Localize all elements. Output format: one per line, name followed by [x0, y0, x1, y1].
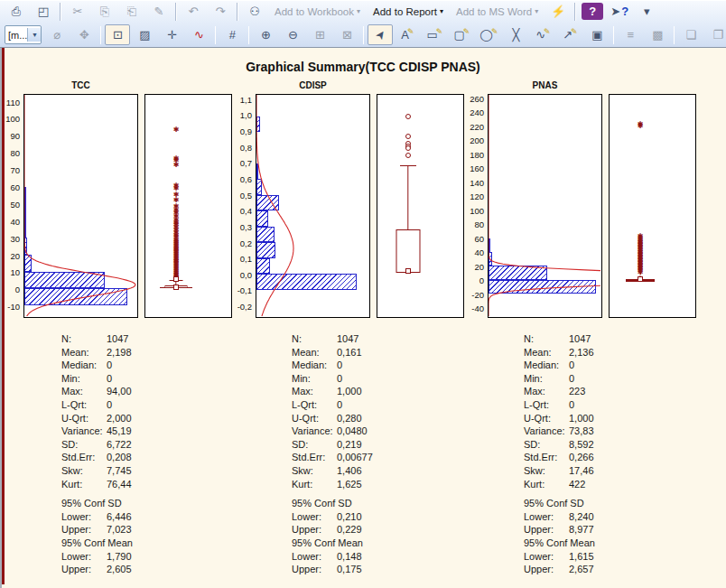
stat-row: Median:0 [524, 359, 595, 372]
add-to-workbook-button[interactable]: Add to Workbook▾ [269, 1, 366, 22]
format-painter-button[interactable]: ✎ [146, 1, 172, 22]
main-toolbar: ⎙◰✂⎘⎗✎↶↷⚇Add to Workbook▾Add to Report▾A… [0, 0, 726, 23]
stat-value: 8,592 [569, 439, 594, 450]
stat-label: Lower: [524, 550, 569, 564]
cut-icon: ✂ [73, 5, 83, 17]
toolbar-separator [215, 26, 216, 44]
move-copy-button[interactable]: ✛ [159, 24, 184, 45]
draw-ellipse-button[interactable]: ◯✎ [476, 24, 501, 45]
print-icon: ⎙ [12, 5, 21, 17]
pencil-icon: ✎ [571, 27, 578, 36]
edit-graph-button[interactable]: ▨ [132, 24, 157, 45]
histogram-plot[interactable] [488, 94, 602, 318]
stat-label: Lower: [524, 510, 569, 524]
redo-button[interactable]: ↷ [208, 1, 233, 22]
pencil-icon: ✎ [463, 27, 470, 36]
toolbar-separator [248, 26, 249, 44]
pan-icon: ✥ [79, 29, 89, 41]
stat-value: 8,977 [569, 524, 594, 535]
find-button[interactable]: ⚇ [242, 1, 267, 22]
pencil-icon: ✎ [436, 27, 443, 36]
grid-icon: # [229, 29, 236, 41]
stat-label: Skw: [524, 464, 569, 478]
help-contents-button[interactable]: ? [582, 3, 603, 20]
edit-graph-icon: ▨ [139, 29, 150, 41]
graph-selection-combo[interactable]: [m...▼ [5, 25, 42, 44]
pointer-tool-button[interactable]: ➤ [368, 24, 393, 45]
zoom-interactive-button[interactable]: ⌀ [44, 24, 70, 45]
draw-arrow-button[interactable]: ↗✎ [557, 24, 582, 45]
stat-value: 8,240 [569, 511, 594, 522]
stat-row: U-Qrt:1,000 [524, 412, 595, 425]
text-tool-button[interactable]: A✎ [395, 24, 420, 45]
grid-button[interactable]: # [219, 24, 245, 45]
context-help-icon: ➤ [610, 5, 620, 17]
stat-label: Min: [524, 372, 569, 386]
draw-rect-button[interactable]: ▭✎ [422, 24, 447, 45]
fill-pattern-button[interactable]: ▩ [645, 24, 670, 45]
print-button[interactable]: ⎙ [4, 1, 29, 22]
mini-chart-button[interactable]: ∿ [186, 24, 211, 45]
toolbar-separator [674, 26, 675, 44]
axis-tick-label: 100 [462, 206, 484, 216]
zoom-out-icon: ⊖ [288, 29, 298, 41]
zoom-reset-button[interactable]: ⊠ [334, 24, 359, 45]
paste-icon: ⎗ [127, 5, 136, 17]
boxplot-plot[interactable]: ✱✱✱✱✱✱✱✱✱✱✱✱✱✱✱✱✱✱✱✱✱✱✱✱✱✱✱✱ [609, 94, 696, 318]
toolbar-separator [613, 26, 614, 44]
undo-button[interactable]: ↶ [181, 1, 206, 22]
toolbar-separator [60, 3, 61, 21]
select-mode-button[interactable]: ⊡ [105, 24, 130, 45]
print-preview-button[interactable]: ◰ [31, 1, 56, 22]
stat-value: 0 [569, 373, 574, 384]
send-to-back-icon: ❐ [713, 29, 724, 41]
send-to-back-button[interactable]: ❐ [705, 24, 726, 45]
axis-tick-label: 240 [462, 107, 484, 117]
dropdown-arrow-icon: ▾ [357, 7, 360, 15]
toolbar-separator [574, 3, 576, 21]
line-style-button[interactable]: ≡ [618, 24, 643, 45]
toolbar-separator [363, 26, 364, 44]
add-to-report-button[interactable]: Add to Report▾ [368, 1, 449, 22]
paste-button[interactable]: ⎗ [119, 1, 144, 22]
conf-interval-header: 95% Conf SD [524, 497, 595, 510]
stat-label: U-Qrt: [524, 412, 569, 425]
graph-document: Graphical Summary(TCC CDISP PNAS) TCC ✱✱… [0, 48, 726, 588]
combo-dropdown-icon[interactable]: ▼ [27, 28, 41, 42]
redo-icon: ↷ [216, 5, 226, 17]
bring-to-front-button[interactable]: ❏ [678, 24, 703, 45]
toolbar-options-button[interactable]: ▾ [634, 1, 659, 22]
draw-polyline-button[interactable]: ╳ [503, 24, 528, 45]
find-icon: ⚇ [249, 5, 260, 17]
axis-tick-label: 0 [462, 275, 484, 285]
extreme-asterisk-marker: ✱ [638, 123, 644, 130]
axis-tick-label: 220 [462, 122, 484, 132]
zoom-window-button[interactable]: ⊞ [307, 24, 332, 45]
conf-interval-header: 95% Conf Mean [524, 537, 595, 550]
draw-freehand-button[interactable]: ∿✎ [530, 24, 555, 45]
insert-object-button[interactable]: ▣ [584, 24, 610, 45]
context-help-button[interactable]: ➤? [607, 1, 632, 22]
copy-button[interactable]: ⎘ [92, 1, 117, 22]
draw-rounded-rect-button[interactable]: ▢✎ [449, 24, 474, 45]
zoom-out-button[interactable]: ⊖ [280, 24, 305, 45]
zoom-reset-icon: ⊠ [342, 29, 352, 41]
stat-label: Max: [524, 385, 569, 398]
pan-button[interactable]: ✥ [71, 24, 97, 45]
button-label: Add to Workbook [275, 6, 354, 17]
button-label: Add to MS Word [456, 6, 532, 17]
macro-record-button[interactable]: ⚡ [545, 1, 571, 22]
stat-row: L-Qrt:0 [524, 398, 595, 412]
copy-icon: ⎘ [100, 5, 109, 17]
format-painter-icon: ✎ [154, 5, 164, 17]
axis-tick-label: 200 [462, 135, 484, 145]
toolbar-options-icon: ▾ [644, 5, 650, 17]
cut-button[interactable]: ✂ [65, 1, 90, 22]
stat-label: Kurt: [524, 478, 569, 491]
conf-stat-row: Upper:8,977 [524, 523, 595, 537]
toolbar-area: ⎙◰✂⎘⎗✎↶↷⚇Add to Workbook▾Add to Report▾A… [0, 0, 726, 48]
add-to-msword-button[interactable]: Add to MS Word▾ [451, 1, 544, 22]
stat-value: 422 [569, 479, 585, 490]
zoom-in-button[interactable]: ⊕ [253, 24, 278, 45]
stat-row: Max:223 [524, 385, 595, 398]
